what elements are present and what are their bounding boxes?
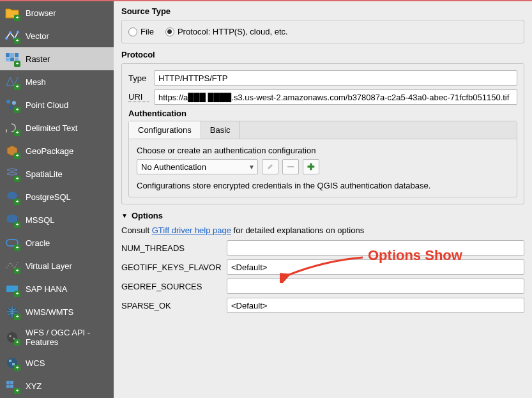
- mesh-icon: +: [5, 75, 19, 89]
- sidebar-item-label: PostgreSQL: [26, 192, 71, 202]
- sidebar-item-label: Mesh: [26, 77, 46, 87]
- wms-icon: +: [5, 305, 19, 319]
- svg-rect-29: [287, 166, 294, 167]
- option-label: NUM_THREADS: [121, 243, 227, 253]
- auth-help-text: Configurations store encrypted credentia…: [137, 181, 509, 190]
- delimited-icon: , +: [5, 121, 19, 135]
- radio-protocol[interactable]: Protocol: HTTP(S), cloud, etc.: [165, 27, 288, 36]
- svg-rect-7: [6, 57, 10, 61]
- radio-file-label: File: [141, 27, 154, 36]
- sidebar-item-label: WFS / OGC API - Features: [26, 328, 109, 347]
- sidebar-item-oracle[interactable]: + Oracle: [0, 231, 114, 254]
- option-input-georef-sources[interactable]: [227, 279, 524, 294]
- auth-panel: Configurations Basic Choose or create an…: [128, 121, 517, 197]
- sidebar-item-delimited[interactable]: , + Delimited Text: [0, 116, 114, 139]
- sidebar-item-label: XYZ: [26, 381, 42, 391]
- tab-basic[interactable]: Basic: [201, 121, 240, 139]
- sidebar-item-spatialite[interactable]: + SpatiaLite: [0, 162, 114, 185]
- svg-rect-8: [10, 57, 14, 61]
- auth-add-button[interactable]: ✚: [303, 159, 319, 174]
- wcs-icon: +: [5, 356, 19, 370]
- tab-configurations[interactable]: Configurations: [129, 121, 201, 139]
- svg-point-10: [6, 100, 10, 103]
- sidebar-item-wcs[interactable]: + WCS: [0, 351, 114, 374]
- sidebar-item-virtuallayer[interactable]: + Virtual Layer: [0, 254, 114, 277]
- uri-input[interactable]: [154, 89, 517, 105]
- svg-rect-28: [10, 385, 13, 388]
- sidebar-item-label: Vector: [26, 31, 49, 41]
- option-input-num-threads[interactable]: [227, 240, 524, 256]
- svg-point-0: [5, 37, 8, 40]
- sidebar-item-label: WMS/WMTS: [26, 307, 73, 317]
- svg-rect-6: [15, 53, 19, 57]
- chevron-down-icon: ▼: [246, 164, 257, 171]
- minus-icon: [287, 164, 294, 170]
- vector-icon: +: [5, 29, 19, 43]
- sidebar-item-label: Virtual Layer: [26, 261, 72, 271]
- sidebar-item-xyz[interactable]: + XYZ: [0, 374, 114, 397]
- sidebar-item-wfs[interactable]: + WFS / OGC API - Features: [0, 323, 114, 351]
- sidebar-item-mesh[interactable]: + Mesh: [0, 70, 114, 93]
- type-label: Type: [128, 73, 149, 83]
- oracle-icon: +: [5, 236, 19, 250]
- radio-protocol-label: Protocol: HTTP(S), cloud, etc.: [178, 27, 288, 36]
- mssql-icon: +: [5, 213, 19, 227]
- sidebar-item-postgresql[interactable]: + PostgreSQL: [0, 185, 114, 208]
- radio-file[interactable]: File: [128, 27, 154, 36]
- svg-point-12: [9, 105, 13, 109]
- sidebar-item-saphana[interactable]: + SAP HANA: [0, 277, 114, 300]
- option-row: NUM_THREADS: [121, 240, 524, 256]
- sidebar-item-label: SAP HANA: [26, 284, 68, 294]
- options-title: Options: [132, 211, 163, 220]
- option-row: GEOREF_SOURCES: [121, 279, 524, 294]
- svg-point-3: [17, 31, 19, 33]
- svg-point-20: [10, 335, 11, 337]
- sidebar-item-label: SpatiaLite: [26, 169, 63, 179]
- svg-point-11: [12, 101, 16, 105]
- uri-label: URI: [128, 92, 149, 102]
- svg-rect-4: [6, 53, 10, 57]
- sidebar-item-label: GeoPackage: [26, 146, 73, 156]
- sidebar-item-browser[interactable]: + Browser: [0, 1, 114, 24]
- main-panel: Source Type File Protocol: HTTP(S), clou…: [114, 1, 532, 398]
- sidebar-item-wms[interactable]: + WMS/WMTS: [0, 300, 114, 323]
- sidebar-item-label: MSSQL: [26, 215, 55, 225]
- disclosure-triangle-icon: ▼: [121, 212, 128, 219]
- option-row: GEOTIFF_KEYS_FLAVOR: [121, 259, 524, 275]
- geopackage-icon: +: [5, 144, 19, 158]
- option-row: SPARSE_OK: [121, 298, 524, 313]
- sidebar-item-label: Point Cloud: [26, 100, 68, 110]
- sidebar-item-raster[interactable]: + Raster: [0, 47, 114, 70]
- svg-text:,: ,: [5, 123, 8, 133]
- sidebar-item-mssql[interactable]: + MSSQL: [0, 208, 114, 231]
- sidebar: + Browser + Vector + Raster + Mesh: [0, 1, 114, 398]
- svg-point-1: [9, 31, 11, 34]
- saphana-icon: +: [5, 282, 19, 296]
- auth-remove-button[interactable]: [282, 159, 299, 174]
- options-toggle[interactable]: ▼ Options: [121, 211, 524, 220]
- svg-rect-26: [10, 381, 13, 384]
- sidebar-item-vector[interactable]: + Vector: [0, 24, 114, 47]
- virtuallayer-icon: +: [5, 259, 19, 273]
- sidebar-item-geopackage[interactable]: + GeoPackage: [0, 139, 114, 162]
- svg-rect-23: [9, 360, 11, 362]
- source-type-panel: File Protocol: HTTP(S), cloud, etc.: [121, 20, 524, 43]
- svg-rect-27: [6, 385, 10, 388]
- option-input-sparse-ok[interactable]: [227, 298, 524, 313]
- auth-combo[interactable]: No Authentication ▼: [137, 159, 258, 174]
- option-label: SPARSE_OK: [121, 301, 227, 310]
- raster-icon: +: [5, 52, 19, 66]
- pointcloud-icon: +: [5, 98, 19, 112]
- sidebar-item-label: WCS: [26, 358, 45, 368]
- auth-choose-text: Choose or create an authentication confi…: [137, 146, 509, 155]
- sidebar-item-pointcloud[interactable]: + Point Cloud: [0, 93, 114, 116]
- radio-icon: [165, 27, 174, 36]
- protocol-panel: Type HTTP/HTTPS/FTP URI Authentication C…: [121, 63, 524, 204]
- spatialite-icon: +: [5, 167, 19, 181]
- option-label: GEOREF_SOURCES: [121, 282, 227, 291]
- option-input-geotiff-keys-flavor[interactable]: [227, 259, 524, 275]
- sidebar-item-label: Raster: [26, 54, 50, 64]
- gtiff-help-link[interactable]: GTiff driver help page: [152, 226, 231, 235]
- auth-edit-button[interactable]: [262, 159, 278, 174]
- type-select[interactable]: HTTP/HTTPS/FTP: [154, 70, 517, 86]
